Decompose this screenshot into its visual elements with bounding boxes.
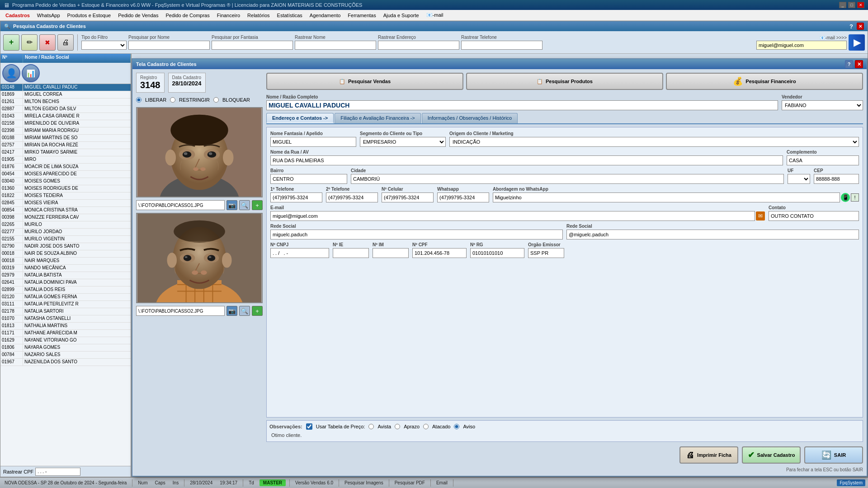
list-item[interactable]: 01171NATHANE APARECIDA M bbox=[0, 330, 131, 337]
list-item[interactable]: 02265MURILO bbox=[0, 221, 131, 229]
minimize-button[interactable]: _ bbox=[839, 2, 846, 8]
menu-relatorios[interactable]: Relatórios bbox=[244, 10, 274, 20]
bairro-input[interactable] bbox=[270, 174, 347, 184]
cpf-field-input[interactable] bbox=[412, 248, 467, 258]
menu-whatsapp[interactable]: WhatsApp bbox=[33, 10, 64, 20]
menu-financeiro[interactable]: Financeiro bbox=[213, 10, 244, 20]
list-item[interactable]: 01629NAYANE VITORIANO GO bbox=[0, 337, 131, 344]
complemento-input[interactable] bbox=[787, 155, 859, 165]
list-item[interactable]: 02120NATALIA GOMES FERNA bbox=[0, 294, 131, 301]
email-display-input[interactable] bbox=[756, 41, 847, 50]
tel2-input[interactable] bbox=[326, 192, 378, 202]
radio-atacado[interactable] bbox=[423, 424, 429, 429]
usar-tabela-checkbox[interactable] bbox=[306, 423, 312, 430]
rua-input[interactable] bbox=[270, 155, 783, 165]
menu-ajuda-suporte[interactable]: Ajuda e Suporte bbox=[380, 10, 423, 20]
radio-bloquear[interactable] bbox=[213, 97, 219, 103]
photo2-path-input[interactable] bbox=[136, 306, 225, 316]
list-item[interactable]: 03148 MIGUEL CAVALLI PADUC bbox=[0, 84, 131, 91]
im-input[interactable] bbox=[373, 248, 409, 258]
vendedor-select[interactable]: FABIANO bbox=[782, 100, 863, 110]
menu-ferramentas[interactable]: Ferramentas bbox=[344, 10, 379, 20]
list-item[interactable]: 00784NAZARIO SALES bbox=[0, 352, 131, 359]
pesquisar-produtos-button[interactable]: 📋 Pesquisar Produtos bbox=[466, 73, 663, 90]
list-item[interactable]: 02417MIRKO TAMAYO SARMIE bbox=[0, 149, 131, 156]
photo1-search-button[interactable]: 🔍 bbox=[239, 200, 250, 210]
rastrear-endereco-input[interactable] bbox=[378, 41, 459, 50]
abordagem-option-icon[interactable]: ! bbox=[851, 193, 859, 202]
pesquisar-nome-input[interactable] bbox=[128, 41, 210, 50]
cadastro-close-button[interactable]: ✕ bbox=[855, 60, 863, 68]
segmento-select[interactable]: EMPRESARIO bbox=[360, 137, 446, 147]
photo2-camera-button[interactable]: 📷 bbox=[226, 306, 237, 316]
list-item[interactable]: 02178NATALIA SARTORI bbox=[0, 308, 131, 315]
nome-fantasia-input[interactable] bbox=[270, 137, 356, 147]
list-item[interactable]: 02158MIRENILDO DE OLIVEIRA bbox=[0, 120, 131, 127]
rastrear-go-button[interactable]: ▶ bbox=[849, 34, 865, 51]
cadastro-help-button[interactable]: ? bbox=[845, 60, 853, 68]
cnpj-input[interactable] bbox=[270, 248, 329, 258]
menu-estatisticas[interactable]: Estatísticas bbox=[274, 10, 306, 20]
tab-filiacao[interactable]: Filiação e Avaliação Financeira -> bbox=[335, 113, 421, 123]
list-item[interactable]: 00319NANDO MECÂNICA bbox=[0, 265, 131, 272]
menu-email[interactable]: 📧-mail bbox=[423, 10, 447, 20]
list-item[interactable]: 01261MILTON BECHIS bbox=[0, 99, 131, 106]
status-fpq[interactable]: FpqSystem bbox=[837, 479, 865, 486]
list-item[interactable]: 02845MOISES VIEIRA bbox=[0, 200, 131, 207]
radio-aviso[interactable] bbox=[454, 424, 459, 429]
list-item[interactable]: 02757MIRIAN DA ROCHA REZÉ bbox=[0, 142, 131, 149]
tipo-filtro-select[interactable] bbox=[81, 41, 127, 50]
menu-cadastros[interactable]: Cadastros bbox=[2, 10, 33, 20]
pesquisar-vendas-button[interactable]: 📋 Pesquisar Vendas bbox=[266, 73, 463, 90]
ie-input[interactable] bbox=[333, 248, 369, 258]
photo2-search-button[interactable]: 🔍 bbox=[239, 306, 250, 316]
list-item[interactable]: 01360MOISES RODRIGUES DE bbox=[0, 185, 131, 192]
list-item[interactable]: 02899NATALIA DOS REIS bbox=[0, 286, 131, 294]
tab-endereco-contatos[interactable]: Endereço e Contatos -> bbox=[266, 113, 334, 123]
menu-pedido-compras[interactable]: Pedido de Compras bbox=[162, 10, 213, 20]
whatsapp-input[interactable] bbox=[437, 192, 489, 202]
rede-social2-input[interactable] bbox=[566, 230, 859, 239]
list-item[interactable]: 00454MOISES APARECIDO DE bbox=[0, 171, 131, 178]
contato-input[interactable] bbox=[769, 211, 859, 221]
rastrear-telefone-input[interactable] bbox=[461, 41, 542, 50]
list-item[interactable]: 00018NAIR MARQUES bbox=[0, 258, 131, 265]
list-item[interactable]: 00188MIRIAM MARTINS DE SO bbox=[0, 135, 131, 142]
orgao-input[interactable] bbox=[528, 248, 564, 258]
menu-agendamento[interactable]: Agendamento bbox=[306, 10, 344, 20]
photo2-add-button[interactable]: + bbox=[252, 306, 263, 316]
list-item[interactable]: 02641NATALIA DOMINICI PAVA bbox=[0, 279, 131, 286]
whatsapp-send-icon[interactable]: 📱 bbox=[841, 193, 850, 202]
radio-restringir[interactable] bbox=[170, 97, 175, 103]
list-item[interactable]: 01813NATHALIA MARTINS bbox=[0, 323, 131, 330]
rede-social1-input[interactable] bbox=[270, 230, 563, 239]
email-input[interactable] bbox=[270, 211, 755, 221]
photo1-camera-button[interactable]: 📷 bbox=[226, 200, 237, 210]
pesquisa-help-icon[interactable]: ? bbox=[849, 23, 853, 30]
radio-aprazo[interactable] bbox=[395, 424, 400, 429]
client-avatar-icon[interactable]: 👤 bbox=[2, 64, 20, 82]
celular-input[interactable] bbox=[382, 192, 434, 202]
email-send-icon[interactable]: ✉ bbox=[756, 211, 765, 221]
list-item[interactable]: 02277MURILO JORDAO bbox=[0, 229, 131, 236]
radio-liberar[interactable] bbox=[136, 97, 142, 103]
print-client-button[interactable]: 🖨 bbox=[57, 34, 74, 51]
menu-produtos-estoque[interactable]: Produtos e Estoque bbox=[64, 10, 115, 20]
list-item[interactable]: 01905MIRO bbox=[0, 156, 131, 164]
status-email[interactable]: Email bbox=[434, 480, 449, 485]
list-item[interactable]: 01070NATASHA OSTANELLI bbox=[0, 315, 131, 323]
list-item[interactable]: 01869MIGUEL CORREA bbox=[0, 91, 131, 99]
origem-select[interactable]: INDICAÇÃO bbox=[449, 137, 859, 147]
rg-input[interactable] bbox=[470, 248, 524, 258]
sair-button[interactable]: 🔄 SAIR bbox=[804, 446, 863, 464]
tel1-input[interactable] bbox=[270, 192, 322, 202]
edit-client-button[interactable]: ✏ bbox=[21, 34, 38, 51]
pesquisar-financeiro-button[interactable]: 💰 Pesquisar Financeiro bbox=[666, 73, 863, 90]
list-item[interactable]: 03111NATALIA PETERLEVITZ R bbox=[0, 301, 131, 308]
pesquisa-close-button[interactable]: ✕ bbox=[857, 23, 864, 30]
uf-select[interactable] bbox=[788, 174, 810, 184]
list-item[interactable]: 01967NAZENILDA DOS SANTO bbox=[0, 359, 131, 366]
list-item[interactable]: 02155MURILO VIGENTIN bbox=[0, 236, 131, 243]
abordagem-input[interactable] bbox=[493, 192, 840, 202]
cpf-input[interactable] bbox=[35, 468, 80, 476]
